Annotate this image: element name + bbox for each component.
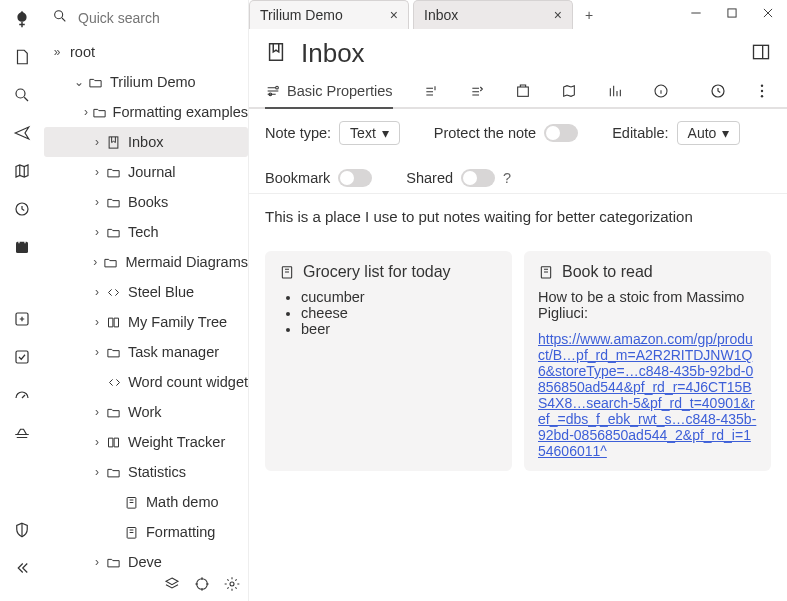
task-new-icon[interactable] xyxy=(11,308,33,330)
tree-item[interactable]: ›Statistics xyxy=(44,457,248,487)
chevron-icon[interactable]: › xyxy=(90,285,104,299)
basic-properties-panel: Note type: Text▾ Protect the note Editab… xyxy=(249,109,787,194)
tree-item[interactable]: ›Work xyxy=(44,397,248,427)
chevron-icon[interactable]: › xyxy=(81,105,92,119)
chevron-icon[interactable]: › xyxy=(90,315,104,329)
note-content[interactable]: This is a place I use to put notes waiti… xyxy=(249,194,787,601)
editable-select[interactable]: Auto▾ xyxy=(677,121,741,145)
new-note-icon[interactable] xyxy=(11,46,33,68)
chevron-icon[interactable]: › xyxy=(90,405,104,419)
add-tab-button[interactable]: + xyxy=(577,0,601,29)
list-item: cucumber xyxy=(301,289,498,305)
tree-item[interactable]: Math demo xyxy=(44,487,248,517)
book-link[interactable]: https://www.amazon.com/gp/product/B…pf_r… xyxy=(538,331,756,459)
book-icon xyxy=(104,435,122,450)
close-icon[interactable]: × xyxy=(554,7,562,23)
tab-info[interactable] xyxy=(653,77,669,107)
svg-rect-2 xyxy=(16,242,28,253)
tab-note-paths[interactable] xyxy=(515,77,531,107)
tree-item-label: Statistics xyxy=(128,464,186,480)
tab-inbox[interactable]: Inbox× xyxy=(413,0,573,29)
svg-point-20 xyxy=(761,89,763,91)
search-icon xyxy=(52,8,68,27)
main-area: Trilium Demo× Inbox× + Inbox Basic Prope… xyxy=(249,0,787,601)
chevron-icon[interactable]: › xyxy=(89,255,103,269)
tree-item[interactable]: ›Formatting examples xyxy=(44,97,248,127)
close-icon[interactable]: × xyxy=(390,7,398,23)
svg-point-19 xyxy=(761,84,763,86)
tree-item-label: Work xyxy=(128,404,162,420)
tree-item-label: Trilium Demo xyxy=(110,74,196,90)
search-icon[interactable] xyxy=(11,84,33,106)
chevron-icon[interactable] xyxy=(108,495,122,509)
menu-icon[interactable] xyxy=(753,82,771,103)
tree-item[interactable]: ›Mermaid Diagrams xyxy=(44,247,248,277)
note-type-select[interactable]: Text▾ xyxy=(339,121,400,145)
child-note-card[interactable]: Book to read How to be a stoic from Mass… xyxy=(524,251,771,471)
tree-item-label: Weight Tracker xyxy=(128,434,225,450)
tree-item[interactable]: ›Inbox xyxy=(44,127,248,157)
close-window-icon[interactable] xyxy=(761,6,775,23)
protect-toggle[interactable] xyxy=(544,124,578,142)
list-item: beer xyxy=(301,321,498,337)
chevron-icon[interactable]: › xyxy=(90,195,104,209)
tree-item[interactable]: ›Books xyxy=(44,187,248,217)
gear-icon[interactable] xyxy=(224,576,240,595)
layers-icon[interactable] xyxy=(164,576,180,595)
tree-item-label: Math demo xyxy=(146,494,219,510)
chevron-icon[interactable]: ⌄ xyxy=(72,75,86,89)
tab-owned-attrs[interactable] xyxy=(423,77,439,107)
maximize-icon[interactable] xyxy=(725,6,739,23)
target-icon[interactable] xyxy=(194,576,210,595)
chevron-icon[interactable]: › xyxy=(90,345,104,359)
code-icon xyxy=(104,285,122,300)
shared-help[interactable]: ? xyxy=(503,170,511,186)
chevron-icon[interactable] xyxy=(108,525,122,539)
tree-root[interactable]: » root xyxy=(44,37,248,67)
minimize-icon[interactable] xyxy=(689,6,703,23)
calendar-icon[interactable] xyxy=(11,236,33,258)
task-done-icon[interactable] xyxy=(11,346,33,368)
plane-icon[interactable] xyxy=(11,422,33,444)
bookmark-toggle[interactable] xyxy=(338,169,372,187)
chevron-icon[interactable]: › xyxy=(90,465,104,479)
tree-item[interactable]: ›Steel Blue xyxy=(44,277,248,307)
svg-point-10 xyxy=(230,582,234,586)
tab-inherited-attrs[interactable] xyxy=(469,77,485,107)
tree-item[interactable]: ›Tech xyxy=(44,217,248,247)
chevron-icon[interactable]: › xyxy=(90,555,104,569)
tree-item[interactable]: ›My Family Tree xyxy=(44,307,248,337)
tab-basic-properties[interactable]: Basic Properties xyxy=(265,77,393,109)
history-icon[interactable] xyxy=(11,198,33,220)
chevron-icon[interactable]: › xyxy=(90,165,104,179)
chevron-icon[interactable]: › xyxy=(90,435,104,449)
child-note-card[interactable]: Grocery list for today cucumber cheese b… xyxy=(265,251,512,471)
tree-item[interactable]: ⌄Trilium Demo xyxy=(44,67,248,97)
tab-similar-notes[interactable] xyxy=(607,77,623,107)
list-item: cheese xyxy=(301,305,498,321)
tree-item[interactable]: ›Task manager xyxy=(44,337,248,367)
svg-point-14 xyxy=(276,86,279,89)
revisions-icon[interactable] xyxy=(709,82,727,103)
tree-item[interactable]: Formatting xyxy=(44,517,248,547)
gauge-icon[interactable] xyxy=(11,384,33,406)
tab-note-map[interactable] xyxy=(561,77,577,107)
shared-toggle[interactable] xyxy=(461,169,495,187)
search-input[interactable] xyxy=(78,10,208,26)
map-icon[interactable] xyxy=(11,160,33,182)
svg-rect-6 xyxy=(109,136,118,147)
note-title[interactable]: Inbox xyxy=(301,38,365,69)
collapse-sidebar-icon[interactable] xyxy=(11,557,33,579)
tree-item[interactable]: ›Journal xyxy=(44,157,248,187)
tab-trilium-demo[interactable]: Trilium Demo× xyxy=(249,0,409,29)
tree-item-label: Tech xyxy=(128,224,159,240)
tree-item[interactable]: ›Weight Tracker xyxy=(44,427,248,457)
tree-item[interactable]: ›Deve xyxy=(44,547,248,577)
chevron-icon[interactable] xyxy=(96,375,107,389)
split-view-icon[interactable] xyxy=(751,42,771,65)
chevron-icon[interactable]: › xyxy=(90,135,104,149)
tree-item[interactable]: Word count widget xyxy=(44,367,248,397)
chevron-icon[interactable]: › xyxy=(90,225,104,239)
shield-icon[interactable] xyxy=(11,519,33,541)
send-icon[interactable] xyxy=(11,122,33,144)
